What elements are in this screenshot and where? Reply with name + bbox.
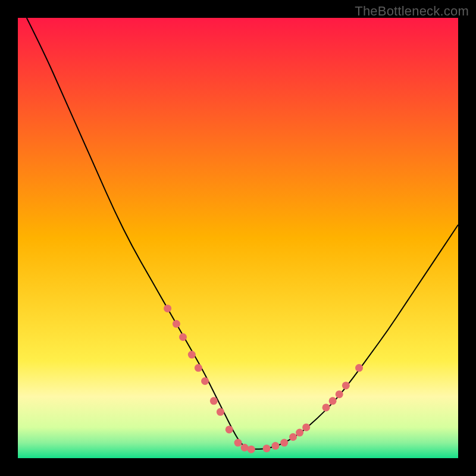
curve-marker [263,444,271,452]
curve-marker [226,425,233,433]
curve-marker [234,439,242,447]
curve-marker [289,433,297,441]
curve-marker [188,351,196,359]
curve-marker [302,424,310,431]
watermark-text: TheBottleneck.com [355,4,469,19]
curve-marker [322,403,330,411]
curve-marker [271,442,279,450]
curve-marker [248,446,255,453]
curve-marker [342,381,350,389]
curve-marker [173,320,180,328]
curve-marker [201,377,209,385]
chart-svg [18,18,458,458]
curve-marker [355,364,363,372]
curve-marker [217,408,224,416]
curve-marker [280,439,288,447]
chart-plot-area [18,18,458,458]
curve-marker [210,397,218,405]
curve-marker [241,444,249,452]
curve-marker [329,397,337,405]
curve-marker [179,333,187,341]
gradient-background [18,18,458,458]
chart-stage: TheBottleneck.com [0,0,476,476]
curve-marker [164,305,171,312]
curve-marker [296,429,303,437]
curve-marker [195,364,202,372]
curve-marker [336,390,343,398]
